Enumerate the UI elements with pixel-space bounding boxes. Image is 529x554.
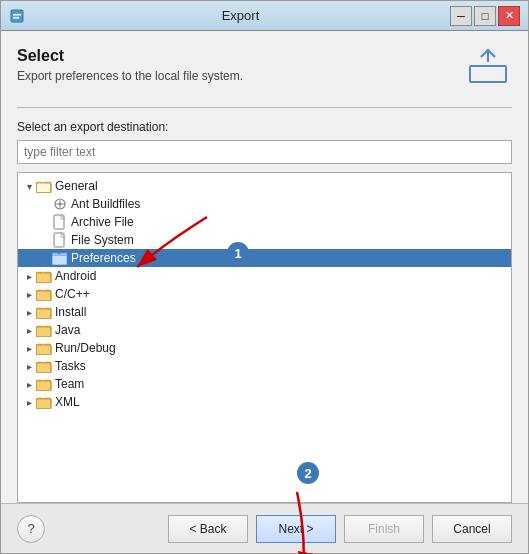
tree-item-install[interactable]: ▸ Install xyxy=(18,303,511,321)
folder-open-icon xyxy=(36,178,52,194)
svg-rect-36 xyxy=(37,381,50,390)
file-icon xyxy=(52,232,68,248)
tree-item-ant-buildfiles[interactable]: Ant Buildfiles xyxy=(18,195,511,213)
svg-rect-2 xyxy=(13,17,19,19)
tree-item-run-debug[interactable]: ▸ Run/Debug xyxy=(18,339,511,357)
tree-item-team[interactable]: ▸ Team xyxy=(18,375,511,393)
tree-label-cpp: C/C++ xyxy=(55,287,90,301)
prefs-icon xyxy=(52,250,68,266)
header-text: Select Export preferences to the local f… xyxy=(17,47,464,95)
button-bar: ? < Back Next > Finish Cancel xyxy=(1,503,528,553)
file-icon xyxy=(52,214,68,230)
annotation-1: 1 xyxy=(227,242,249,264)
tree-label-general: General xyxy=(55,179,98,193)
navigation-buttons: < Back Next > Finish Cancel xyxy=(168,515,512,543)
svg-rect-27 xyxy=(37,327,50,336)
folder-icon xyxy=(36,286,52,302)
help-button[interactable]: ? xyxy=(17,515,45,543)
tree-label-run-debug: Run/Debug xyxy=(55,341,116,355)
window-controls: ─ □ ✕ xyxy=(450,6,520,26)
tree-arrow-tasks[interactable]: ▸ xyxy=(22,361,36,372)
svg-rect-21 xyxy=(37,291,50,300)
folder-icon xyxy=(36,322,52,338)
tree-label-android: Android xyxy=(55,269,96,283)
tree-arrow-install[interactable]: ▸ xyxy=(22,307,36,318)
export-destination-tree[interactable]: ▾ General Ant Buildfiles Archive File Fi… xyxy=(17,172,512,503)
folder-icon xyxy=(36,340,52,356)
tree-label-tasks: Tasks xyxy=(55,359,86,373)
tree-label-team: Team xyxy=(55,377,84,391)
tree-label-file-system: File System xyxy=(71,233,134,247)
folder-icon xyxy=(36,376,52,392)
svg-rect-18 xyxy=(37,273,50,282)
window-title: Export xyxy=(31,8,450,23)
tree-label-ant-buildfiles: Ant Buildfiles xyxy=(71,197,140,211)
finish-button[interactable]: Finish xyxy=(344,515,424,543)
tree-item-android[interactable]: ▸ Android xyxy=(18,267,511,285)
back-button[interactable]: < Back xyxy=(168,515,248,543)
title-bar: Export ─ □ ✕ xyxy=(1,1,528,31)
svg-rect-33 xyxy=(37,363,50,372)
cancel-button[interactable]: Cancel xyxy=(432,515,512,543)
svg-point-11 xyxy=(59,203,62,206)
tree-label-install: Install xyxy=(55,305,86,319)
tree-arrow-xml[interactable]: ▸ xyxy=(22,397,36,408)
folder-icon xyxy=(36,268,52,284)
header-row: Select Export preferences to the local f… xyxy=(17,47,512,95)
svg-rect-3 xyxy=(470,66,506,82)
folder-icon xyxy=(36,304,52,320)
svg-rect-30 xyxy=(37,345,50,354)
svg-rect-0 xyxy=(11,10,23,22)
tree-arrow-general[interactable]: ▾ xyxy=(22,181,36,192)
tree-item-general[interactable]: ▾ General xyxy=(18,177,511,195)
tree-item-archive-file[interactable]: Archive File xyxy=(18,213,511,231)
tree-label-java: Java xyxy=(55,323,80,337)
tree-arrow-team[interactable]: ▸ xyxy=(22,379,36,390)
section-description: Export preferences to the local file sys… xyxy=(17,69,464,83)
section-title: Select xyxy=(17,47,464,65)
folder-icon xyxy=(36,394,52,410)
folder-icon xyxy=(36,358,52,374)
dialog-content: Select Export preferences to the local f… xyxy=(1,31,528,503)
tree-label-preferences: Preferences xyxy=(71,251,136,265)
svg-rect-1 xyxy=(13,14,21,16)
destination-label: Select an export destination: xyxy=(17,120,512,134)
annotation-2: 2 xyxy=(297,462,319,484)
tree-label-xml: XML xyxy=(55,395,80,409)
ant-icon xyxy=(52,196,68,212)
tree-item-cpp[interactable]: ▸ C/C++ xyxy=(18,285,511,303)
close-button[interactable]: ✕ xyxy=(498,6,520,26)
svg-rect-24 xyxy=(37,309,50,318)
svg-rect-39 xyxy=(37,399,50,408)
tree-item-xml[interactable]: ▸ XML xyxy=(18,393,511,411)
tree-arrow-android[interactable]: ▸ xyxy=(22,271,36,282)
tree-item-preferences[interactable]: Preferences xyxy=(18,249,511,267)
tree-arrow-run-debug[interactable]: ▸ xyxy=(22,343,36,354)
export-icon xyxy=(464,47,512,87)
next-button[interactable]: Next > xyxy=(256,515,336,543)
tree-label-archive-file: Archive File xyxy=(71,215,134,229)
svg-rect-6 xyxy=(37,183,50,192)
export-window: Export ─ □ ✕ Select Export preferences t… xyxy=(0,0,529,554)
tree-item-tasks[interactable]: ▸ Tasks xyxy=(18,357,511,375)
minimize-button[interactable]: ─ xyxy=(450,6,472,26)
separator xyxy=(17,107,512,108)
svg-rect-16 xyxy=(52,255,67,265)
filter-input[interactable] xyxy=(17,140,512,164)
maximize-button[interactable]: □ xyxy=(474,6,496,26)
tree-arrow-java[interactable]: ▸ xyxy=(22,325,36,336)
window-icon xyxy=(9,8,25,24)
tree-arrow-cpp[interactable]: ▸ xyxy=(22,289,36,300)
tree-item-file-system[interactable]: File System xyxy=(18,231,511,249)
tree-item-java[interactable]: ▸ Java xyxy=(18,321,511,339)
